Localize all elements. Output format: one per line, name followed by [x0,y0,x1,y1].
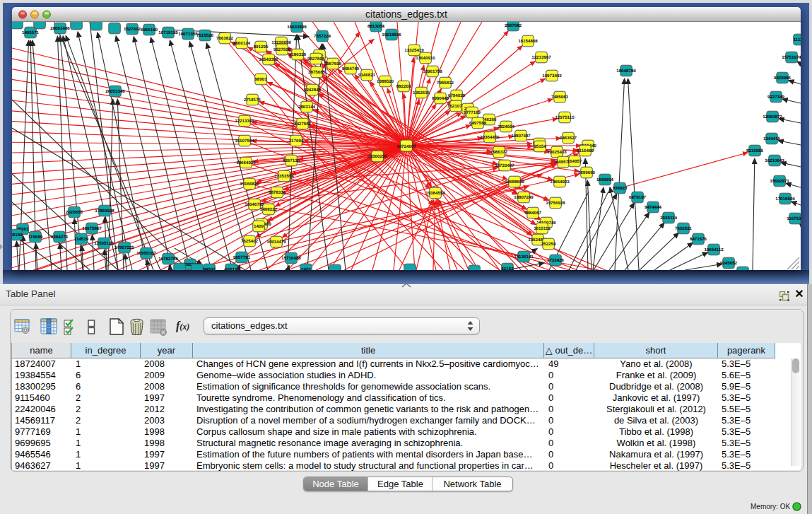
svg-text:2687682: 2687682 [505,23,522,28]
svg-text:891295: 891295 [254,45,269,49]
svg-text:5498222: 5498222 [260,207,278,212]
svg-text:7485063: 7485063 [551,95,569,100]
svg-text:10654112: 10654112 [704,247,724,252]
svg-text:20364456: 20364456 [480,135,500,140]
svg-text:9884067: 9884067 [524,211,542,216]
svg-text:15716485: 15716485 [281,256,301,261]
svg-text:98901: 98901 [254,77,267,82]
svg-text:1733426: 1733426 [547,258,565,263]
svg-text:1640934: 1640934 [596,177,614,182]
svg-text:9463627: 9463627 [560,136,577,141]
svg-text:19756928: 19756928 [546,201,565,206]
svg-text:16648784: 16648784 [616,69,636,74]
svg-text:16961758: 16961758 [423,69,442,74]
svg-text:10973493: 10973493 [542,74,562,78]
svg-text:16107554: 16107554 [235,139,254,144]
svg-text:19218506: 19218506 [382,33,401,37]
svg-text:9245652: 9245652 [720,261,738,266]
svg-text:9242848: 9242848 [304,88,322,93]
svg-text:16782759: 16782759 [158,257,178,262]
svg-text:84507: 84507 [203,267,216,270]
svg-text:10025433: 10025433 [547,150,567,155]
svg-text:15720407: 15720407 [495,163,514,168]
svg-text:9527506: 9527506 [273,47,291,52]
svg-text:14136141: 14136141 [514,255,534,259]
svg-text:8267130: 8267130 [283,158,300,163]
svg-text:95154: 95154 [534,144,546,149]
svg-text:6794028: 6794028 [448,93,466,98]
svg-text:938923: 938923 [613,186,628,191]
svg-text:18807249: 18807249 [514,195,534,200]
svg-text:6966160: 6966160 [141,28,158,33]
svg-text:3875685: 3875685 [308,70,326,75]
svg-text:2452: 2452 [301,267,311,270]
svg-text:2718176: 2718176 [244,98,261,103]
svg-text:16914479: 16914479 [266,240,286,245]
svg-text:20053346: 20053346 [105,89,125,94]
svg-text:2020655: 2020655 [66,210,83,215]
svg-text:164957: 164957 [567,159,582,164]
svg-text:1409: 1409 [254,224,264,229]
svg-text:39159: 39159 [12,233,23,238]
svg-text:1388520: 1388520 [377,79,394,84]
svg-text:18300295: 18300295 [367,154,387,159]
svg-text:115689: 115689 [28,235,43,240]
svg-text:9777169: 9777169 [464,110,481,115]
svg-text:18724007: 18724007 [396,144,416,149]
svg-text:882203: 882203 [396,84,411,89]
svg-text:8813054: 8813054 [367,24,385,29]
svg-text:1362615: 1362615 [413,90,430,95]
svg-text:2803144: 2803144 [298,105,316,110]
svg-text:15692971: 15692971 [770,179,789,184]
svg-text:252254: 252254 [541,242,556,247]
svg-text:17016504: 17016504 [775,197,795,201]
svg-text:7515526: 7515526 [196,33,214,38]
svg-text:8878334: 8878334 [269,190,286,195]
svg-text:2967608: 2967608 [324,62,342,66]
svg-text:9329966: 9329966 [774,76,792,81]
svg-text:1394273: 1394273 [51,235,69,240]
svg-text:10975867: 10975867 [82,226,102,231]
svg-text:9699695: 9699695 [578,170,596,175]
svg-text:9527508: 9527508 [307,57,325,62]
svg-text:8471676: 8471676 [690,237,707,242]
svg-text:15751074: 15751074 [782,55,801,60]
svg-text:114519: 114519 [74,237,89,242]
svg-text:12505135: 12505135 [94,241,114,246]
svg-text:17859928: 17859928 [95,209,114,214]
svg-text:2935114: 2935114 [660,216,677,221]
svg-text:6479197: 6479197 [629,195,647,200]
svg-text:93212: 93212 [225,267,237,270]
svg-text:7986372: 7986372 [490,150,508,155]
svg-text:10688609: 10688609 [505,180,524,185]
svg-text:10671355: 10671355 [178,32,198,37]
svg-text:12353594: 12353594 [274,174,294,179]
svg-text:1244415: 1244415 [763,136,781,141]
svg-text:8454749: 8454749 [342,66,360,71]
svg-text:12093872: 12093872 [763,115,782,119]
svg-text:6497568: 6497568 [469,121,487,126]
svg-text:1527602: 1527602 [124,27,141,32]
svg-text:11125: 11125 [794,37,801,42]
svg-text:7632621: 7632621 [675,226,693,231]
svg-text:7357224: 7357224 [314,34,331,39]
svg-text:7955812: 7955812 [437,81,454,86]
svg-text:62152: 62152 [501,267,514,270]
svg-text:12213369: 12213369 [235,119,254,124]
svg-text:8215955: 8215955 [746,148,764,153]
svg-text:7663822: 7663822 [216,36,234,41]
svg-text:8990448: 8990448 [432,96,449,101]
svg-text:16154808: 16154808 [518,39,538,44]
svg-text:10958107: 10958107 [136,251,156,256]
svg-text:9146821: 9146821 [358,73,376,78]
svg-text:12213967: 12213967 [531,55,551,60]
svg-text:13640910: 13640910 [416,56,435,61]
svg-text:10807487: 10807487 [511,134,531,139]
svg-text:1615112: 1615112 [534,226,551,231]
svg-text:16210643: 16210643 [765,158,784,163]
svg-text:8427552: 8427552 [294,122,312,127]
svg-text:16543382: 16543382 [259,57,278,62]
svg-text:217004: 217004 [289,139,304,144]
svg-text:20691406: 20691406 [50,26,70,31]
svg-text:9227349: 9227349 [767,95,785,100]
